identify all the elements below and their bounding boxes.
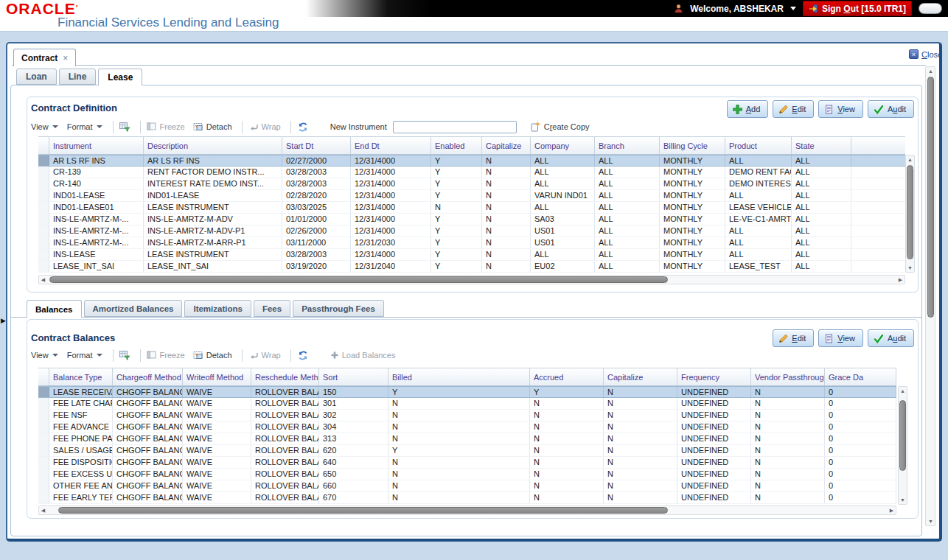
column-header[interactable]: Sort	[319, 368, 388, 385]
table-row[interactable]: FEE ADVANCECHGOFF BALANCEWAIVEROLLOVER B…	[38, 421, 896, 433]
tab-passthrough-fees[interactable]: Passthrough Fees	[293, 300, 384, 317]
contract-tab[interactable]: Contract ×	[13, 49, 76, 66]
detach-button[interactable]: Detach	[193, 122, 232, 132]
column-header[interactable]: End Dt	[351, 137, 431, 154]
column-header[interactable]: Accrued	[530, 368, 604, 385]
column-header[interactable]: Product	[725, 137, 792, 154]
tab-loan[interactable]: Loan	[16, 69, 57, 85]
row-selector[interactable]	[38, 249, 49, 260]
column-header[interactable]: Description	[144, 137, 282, 154]
row-selector[interactable]	[38, 167, 49, 178]
row-selector[interactable]	[38, 225, 49, 237]
row-selector[interactable]	[38, 421, 49, 433]
scroll-up-icon[interactable]: ▲	[927, 67, 935, 75]
contract-balances-vscroll[interactable]: ▲ ▼	[898, 386, 907, 505]
audit-button[interactable]: Audit	[868, 100, 914, 118]
scroll-thumb[interactable]	[927, 77, 934, 318]
wrap-button[interactable]: Wrap	[248, 351, 281, 360]
table-row[interactable]: AR LS RF INSAR LS RF INS02/27/200012/31/…	[38, 155, 905, 167]
table-row[interactable]: IND01-LEASE01LEASE INSTRUMENT03/03/20251…	[38, 202, 905, 214]
table-row[interactable]: FEE EARLY TERMIN...CHGOFF BALANCEWAIVERO…	[38, 492, 896, 504]
column-header[interactable]: Capitalize	[604, 368, 677, 385]
row-selector[interactable]	[38, 261, 49, 272]
table-row[interactable]: LEASE_INT_SAILEASE_INT_SAI03/19/202012/3…	[38, 261, 905, 273]
scroll-down-icon[interactable]: ▼	[899, 496, 907, 504]
table-row[interactable]: LEASE RECEIVABLECHGOFF BALANCEWAIVEROLLO…	[38, 386, 896, 398]
freeze-button[interactable]: Freeze	[147, 350, 185, 360]
scroll-thumb[interactable]	[49, 276, 668, 283]
table-row[interactable]: OTHER FEE AND TAXCHGOFF BALANCEWAIVEROLL…	[38, 480, 896, 492]
tab-balances[interactable]: Balances	[27, 300, 82, 318]
column-header[interactable]: Writeoff Method	[183, 368, 251, 385]
column-header[interactable]: Capitalize	[482, 137, 531, 154]
user-menu[interactable]: Welcome, ABSHEKAR	[690, 4, 784, 14]
create-copy-button[interactable]: Create Copy	[530, 122, 590, 132]
scroll-left-icon[interactable]: ◀	[39, 276, 47, 284]
table-row[interactable]: FEE NSFCHGOFF BALANCEWAIVEROLLOVER BALAN…	[38, 410, 896, 421]
row-selector[interactable]	[38, 492, 49, 503]
column-header[interactable]: Chargeoff Method	[113, 368, 183, 385]
row-selector[interactable]	[38, 202, 49, 213]
format-menu[interactable]: Format	[67, 351, 102, 360]
row-selector[interactable]	[38, 237, 49, 248]
table-row[interactable]: SALES / USAGE TAXCHGOFF BALANCEWAIVEROLL…	[38, 445, 896, 457]
table-row[interactable]: CR-139RENT FACTOR DEMO INSTR...03/28/200…	[38, 167, 905, 178]
view-menu[interactable]: View	[31, 122, 58, 131]
row-selector[interactable]	[38, 155, 49, 166]
chevron-down-icon[interactable]	[790, 7, 796, 10]
row-selector[interactable]	[38, 190, 49, 201]
tab-fees[interactable]: Fees	[254, 300, 290, 317]
column-header[interactable]: Frequency	[677, 368, 751, 385]
table-row[interactable]: FEE DISPOSITIONCHGOFF BALANCEWAIVEROLLOV…	[38, 457, 896, 469]
refresh-icon[interactable]	[297, 350, 309, 361]
column-header[interactable]: Grace Da	[825, 368, 896, 385]
scroll-thumb[interactable]	[899, 400, 906, 471]
table-row[interactable]: INS-LEASELEASE INSTRUMENT03/28/200312/31…	[38, 249, 905, 261]
minimize-icon[interactable]	[919, 3, 942, 14]
row-selector[interactable]	[38, 457, 49, 468]
filter-table-icon[interactable]	[119, 122, 130, 132]
row-selector[interactable]	[38, 445, 49, 456]
row-selector[interactable]	[38, 469, 49, 480]
table-row[interactable]: FEE LATE CHARGECHGOFF BALANCEWAIVEROLLOV…	[38, 398, 896, 410]
table-row[interactable]: FEE PHONE PAYCHGOFF BALANCEWAIVEROLLOVER…	[38, 433, 896, 445]
column-header[interactable]: Balance Type	[49, 368, 113, 385]
table-row[interactable]: CR-140INTEREST RATE DEMO INST...03/28/20…	[38, 178, 905, 190]
view-menu[interactable]: View	[31, 351, 58, 360]
column-header[interactable]: Reschedule Method	[251, 368, 319, 385]
row-selector[interactable]	[38, 410, 49, 421]
scroll-right-icon[interactable]: ▶	[888, 506, 896, 514]
view-button[interactable]: View	[818, 100, 863, 118]
table-row[interactable]: INS-LE-AMRTZ-M-...INS-LE-AMRTZ-M-ADV01/0…	[38, 214, 905, 225]
table-row[interactable]: FEE EXCESS USAGECHGOFF BALANCEWAIVEROLLO…	[38, 469, 896, 480]
format-menu[interactable]: Format	[67, 122, 102, 131]
sign-out-button[interactable]: Sign Out [15.0 ITR1]	[803, 1, 912, 16]
audit-button[interactable]: Audit	[868, 329, 914, 347]
tab-close-icon[interactable]: ×	[63, 53, 68, 63]
tab-amortized-balances[interactable]: Amortized Balances	[84, 300, 183, 317]
freeze-button[interactable]: Freeze	[147, 122, 185, 132]
row-selector[interactable]	[38, 398, 49, 409]
tab-line[interactable]: Line	[59, 69, 97, 85]
column-header[interactable]: Branch	[595, 137, 660, 154]
row-selector[interactable]	[38, 433, 49, 444]
detach-button[interactable]: Detach	[193, 350, 232, 360]
row-selector[interactable]	[38, 214, 49, 225]
edit-button[interactable]: Edit	[773, 329, 814, 347]
scroll-thumb[interactable]	[907, 165, 913, 259]
table-row[interactable]: IND01-LEASEIND01-LEASE02/28/202012/31/40…	[38, 190, 905, 202]
refresh-icon[interactable]	[297, 122, 309, 133]
table-row[interactable]: INS-LE-AMRTZ-M-...INS-LE-AMRTZ-M-ARR-P10…	[38, 237, 905, 249]
tab-lease[interactable]: Lease	[98, 69, 142, 85]
column-header[interactable]: Billing Cycle	[660, 137, 725, 154]
scroll-down-icon[interactable]: ▼	[927, 517, 935, 525]
scroll-up-icon[interactable]: ▲	[906, 155, 914, 164]
scroll-down-icon[interactable]: ▼	[906, 264, 914, 272]
expand-panel-icon[interactable]: ▶	[1, 317, 6, 324]
column-header[interactable]: Company	[531, 137, 595, 154]
main-vscroll[interactable]: ▲ ▼	[925, 66, 935, 526]
scroll-right-icon[interactable]: ▶	[896, 276, 905, 284]
scroll-thumb[interactable]	[58, 507, 668, 514]
scroll-left-icon[interactable]: ◀	[39, 506, 47, 514]
filter-table-icon[interactable]	[119, 350, 130, 360]
